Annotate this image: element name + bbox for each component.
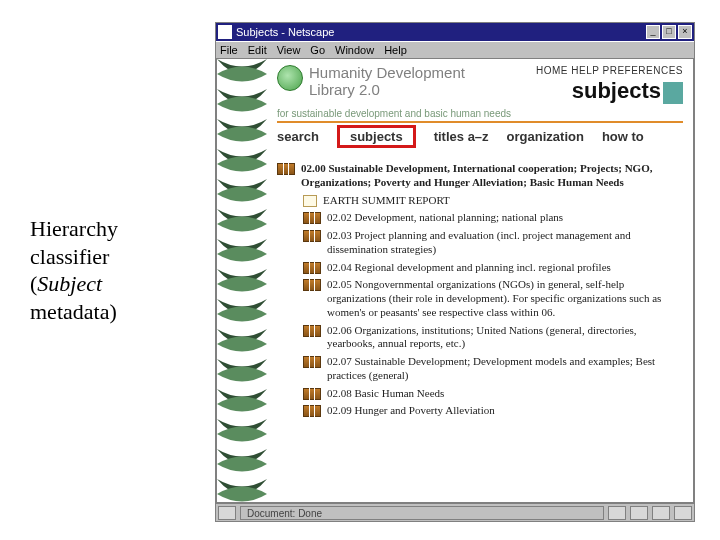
menu-file[interactable]: File	[220, 44, 238, 56]
document-icon	[303, 195, 317, 207]
child-text: EARTH SUMMIT REPORT	[323, 194, 683, 208]
child-text: 02.05 Nongovernmental organizations (NGO…	[327, 278, 683, 319]
bookshelf-icon	[303, 262, 321, 274]
tab-titles[interactable]: titles a–z	[434, 129, 489, 148]
globe-icon	[277, 65, 303, 91]
title-bar: Subjects - Netscape _ □ ×	[216, 23, 694, 41]
heading-accent	[663, 82, 683, 104]
bookshelf-icon	[303, 388, 321, 400]
status-icon	[674, 506, 692, 520]
content-area: Humanity Development Library 2.0 HOME HE…	[216, 59, 694, 503]
tree-child-item[interactable]: 02.08 Basic Human Needs	[303, 387, 683, 401]
child-text: 02.04 Regional development and planning …	[327, 261, 683, 275]
caption-italic: Subject	[37, 271, 102, 296]
library-title-2: Library 2.0	[309, 81, 380, 98]
tree-child-item[interactable]: 02.09 Hunger and Poverty Alleviation	[303, 404, 683, 418]
page-heading: subjects	[536, 78, 683, 104]
status-bar: Document: Done	[216, 503, 694, 521]
tree-child-item[interactable]: 02.07 Sustainable Development; Developme…	[303, 355, 683, 383]
child-text: 02.07 Sustainable Development; Developme…	[327, 355, 683, 383]
tree-child-item[interactable]: 02.02 Development, national planning; na…	[303, 211, 683, 225]
menu-help[interactable]: Help	[384, 44, 407, 56]
status-icon	[608, 506, 626, 520]
caption-line: Hierarchy	[30, 216, 118, 241]
tab-organization[interactable]: organization	[507, 129, 584, 148]
status-text: Document: Done	[240, 506, 604, 520]
status-icon	[218, 506, 236, 520]
menu-view[interactable]: View	[277, 44, 301, 56]
tree-root-item[interactable]: 02.00 Sustainable Development, Internati…	[277, 162, 683, 190]
bookshelf-icon	[303, 325, 321, 337]
child-text: 02.06 Organizations, institutions; Unite…	[327, 324, 683, 352]
status-icon	[652, 506, 670, 520]
library-logo: Humanity Development Library 2.0	[277, 65, 465, 98]
close-button[interactable]: ×	[678, 25, 692, 39]
root-code: 02.00	[301, 162, 326, 174]
child-text: 02.02 Development, national planning; na…	[327, 211, 683, 225]
tree-child-item[interactable]: 02.03 Project planning and evaluation (i…	[303, 229, 683, 257]
page-heading-text: subjects	[572, 78, 661, 103]
browser-window: Subjects - Netscape _ □ × File Edit View…	[215, 22, 695, 522]
slide-caption: Hierarchy classifier (Subject metadata)	[30, 215, 200, 325]
child-text: 02.09 Hunger and Poverty Alleviation	[327, 404, 683, 418]
tree-child-item[interactable]: EARTH SUMMIT REPORT	[303, 194, 683, 208]
minimize-button[interactable]: _	[646, 25, 660, 39]
caption-line: metadata)	[30, 299, 117, 324]
maximize-button[interactable]: □	[662, 25, 676, 39]
bookshelf-icon	[303, 279, 321, 291]
bookshelf-icon	[277, 163, 295, 175]
divider	[277, 121, 683, 123]
bookshelf-icon	[303, 356, 321, 368]
app-icon	[218, 25, 232, 39]
nav-tabs: search subjects titles a–z organization …	[277, 129, 683, 154]
svg-rect-1	[217, 59, 267, 503]
root-text: Sustainable Development, International c…	[301, 162, 652, 188]
bookshelf-icon	[303, 212, 321, 224]
menu-edit[interactable]: Edit	[248, 44, 267, 56]
tree-child-item[interactable]: 02.05 Nongovernmental organizations (NGO…	[303, 278, 683, 319]
status-icon	[630, 506, 648, 520]
tab-search[interactable]: search	[277, 129, 319, 148]
child-text: 02.03 Project planning and evaluation (i…	[327, 229, 683, 257]
menu-bar: File Edit View Go Window Help	[216, 41, 694, 59]
top-links[interactable]: HOME HELP PREFERENCES	[536, 65, 683, 76]
tree-child-item[interactable]: 02.06 Organizations, institutions; Unite…	[303, 324, 683, 352]
library-title-1: Humanity Development	[309, 64, 465, 81]
bookshelf-icon	[303, 405, 321, 417]
tab-subjects[interactable]: subjects	[337, 125, 416, 148]
window-title: Subjects - Netscape	[236, 26, 646, 38]
menu-window[interactable]: Window	[335, 44, 374, 56]
tab-howto[interactable]: how to	[602, 129, 644, 148]
tree-child-item[interactable]: 02.04 Regional development and planning …	[303, 261, 683, 275]
bookshelf-icon	[303, 230, 321, 242]
sidebar-pattern	[217, 59, 267, 502]
tagline: for sustainable development and basic hu…	[277, 108, 683, 119]
caption-line: classifier	[30, 244, 109, 269]
subject-tree: 02.00 Sustainable Development, Internati…	[277, 162, 683, 418]
menu-go[interactable]: Go	[310, 44, 325, 56]
child-text: 02.08 Basic Human Needs	[327, 387, 683, 401]
